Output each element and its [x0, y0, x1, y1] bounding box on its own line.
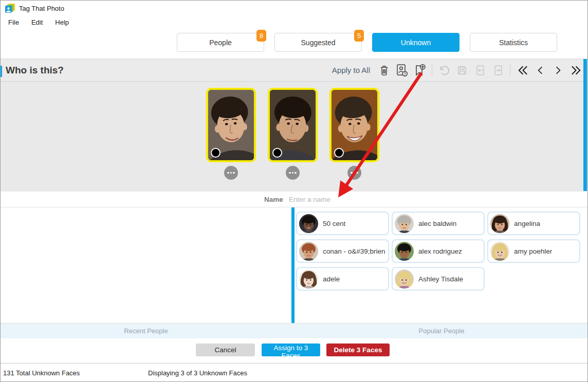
file-import-icon[interactable]: [474, 64, 486, 77]
scrollbar[interactable]: [583, 59, 587, 191]
assign-button[interactable]: Assign to 3 Faces: [262, 343, 320, 356]
tab-label: Suggested: [301, 39, 336, 47]
person-chip[interactable]: alec baldwin: [392, 212, 485, 235]
face-more-options-button[interactable]: [286, 166, 300, 180]
person-name: alex rodriguez: [418, 247, 462, 255]
panel-footer: Recent People Popular People: [1, 323, 587, 338]
person-name: angelina: [514, 220, 540, 227]
name-bar: Name: [1, 192, 587, 207]
person-avatar: [490, 214, 509, 233]
face-row: [206, 88, 379, 180]
face-more-options-button[interactable]: [347, 166, 361, 180]
window-title: Tag That Photo: [19, 5, 64, 12]
tab-people[interactable]: People8: [177, 33, 264, 52]
person-name: conan - o&#39;brien: [323, 247, 385, 255]
tab-bar: People8Suggested5UnknownStatistics: [177, 33, 557, 52]
face-column: [268, 88, 318, 180]
go-next-icon[interactable]: [552, 64, 564, 77]
person-name: adele: [323, 275, 340, 283]
unknown-face-thumbnail[interactable]: [329, 88, 379, 162]
menu-edit[interactable]: Edit: [28, 17, 46, 28]
file-export-icon[interactable]: [492, 64, 504, 77]
tab-count-badge: 5: [354, 30, 364, 42]
person-name: Ashley Tisdale: [418, 275, 463, 283]
name-label: Name: [264, 196, 283, 203]
title-bar: Tag That Photo: [1, 1, 587, 16]
person-name: alec baldwin: [418, 220, 456, 227]
unknown-face-thumbnail[interactable]: [206, 88, 256, 162]
person-avatar: [490, 242, 509, 261]
menu-help[interactable]: Help: [51, 17, 72, 28]
person-avatar: [395, 214, 414, 233]
person-chip[interactable]: conan - o&#39;brien: [296, 239, 389, 263]
page-title: Who is this?: [6, 65, 64, 76]
faces-area: [1, 82, 587, 192]
unknown-face-thumbnail[interactable]: [268, 88, 318, 162]
face-selection-dot[interactable]: [334, 148, 344, 158]
tab-label: People: [209, 39, 232, 47]
panel-divider: [291, 207, 295, 338]
add-tag-bookmark-icon[interactable]: [414, 64, 426, 77]
tab-label: Statistics: [499, 39, 528, 47]
save-icon[interactable]: [456, 64, 468, 77]
face-column: [206, 88, 256, 180]
person-avatar: [299, 214, 318, 233]
person-chip[interactable]: angelina: [487, 212, 580, 235]
popular-people-label: Popular People: [295, 323, 588, 338]
menu-bar: FileEditHelp: [1, 16, 587, 29]
cancel-button[interactable]: Cancel: [196, 343, 255, 356]
person-chip[interactable]: Ashley Tisdale: [392, 267, 485, 291]
action-bar: Cancel Assign to 3 Faces Delete 3 Faces: [1, 338, 587, 363]
person-name: 50 cent: [323, 220, 345, 227]
name-input[interactable]: [288, 195, 454, 204]
people-panels: 50 cent alec baldwin angelina conan - o&…: [1, 207, 587, 338]
person-chip[interactable]: amy poehler: [487, 239, 580, 263]
tab-suggested[interactable]: Suggested5: [274, 33, 362, 52]
face-selection-dot[interactable]: [272, 148, 282, 158]
popular-people-panel: 50 cent alec baldwin angelina conan - o&…: [296, 212, 580, 291]
person-name: amy poehler: [514, 247, 552, 255]
header-bar: Who is this? Apply to All ?: [1, 59, 587, 82]
person-avatar: [395, 242, 414, 261]
unknown-person-icon[interactable]: ?: [396, 64, 408, 77]
person-chip[interactable]: adele: [296, 267, 389, 291]
face-selection-dot[interactable]: [211, 148, 220, 158]
go-previous-icon[interactable]: [534, 64, 546, 77]
status-bar: 131 Total Unknown Faces Displaying 3 of …: [1, 363, 587, 382]
tab-count-badge: 8: [256, 30, 266, 42]
go-last-icon[interactable]: [570, 64, 582, 77]
app-logo-icon: [5, 4, 15, 13]
tab-label: Unknown: [401, 39, 431, 47]
app-window: Tag That Photo FileEditHelp People8Sugge…: [0, 0, 588, 382]
face-column: [329, 88, 379, 180]
status-total-unknown: 131 Total Unknown Faces: [3, 369, 80, 377]
person-avatar: [299, 242, 318, 261]
status-displaying: Displaying 3 of 3 Unknown Faces: [148, 369, 247, 377]
person-chip[interactable]: alex rodriguez: [392, 239, 485, 263]
toolbar-separator: [510, 64, 510, 77]
svg-text:?: ?: [403, 71, 406, 76]
delete-button[interactable]: Delete 3 Faces: [326, 343, 390, 356]
left-accent-sliver: [1, 66, 2, 77]
toolbar: Apply to All ?: [332, 59, 582, 81]
tab-statistics[interactable]: Statistics: [470, 33, 557, 52]
face-more-options-button[interactable]: [224, 166, 238, 180]
go-first-icon[interactable]: [516, 64, 528, 77]
person-avatar: [299, 270, 318, 289]
delete-trash-icon[interactable]: [378, 64, 390, 77]
person-avatar: [395, 270, 414, 289]
person-chip[interactable]: 50 cent: [296, 212, 389, 235]
recent-people-label: Recent People: [1, 323, 291, 338]
apply-to-all-button[interactable]: Apply to All: [332, 66, 370, 74]
menu-file[interactable]: File: [5, 17, 23, 28]
tab-unknown[interactable]: Unknown: [372, 33, 460, 52]
toolbar-separator: [432, 64, 432, 77]
undo-icon[interactable]: [438, 64, 450, 77]
